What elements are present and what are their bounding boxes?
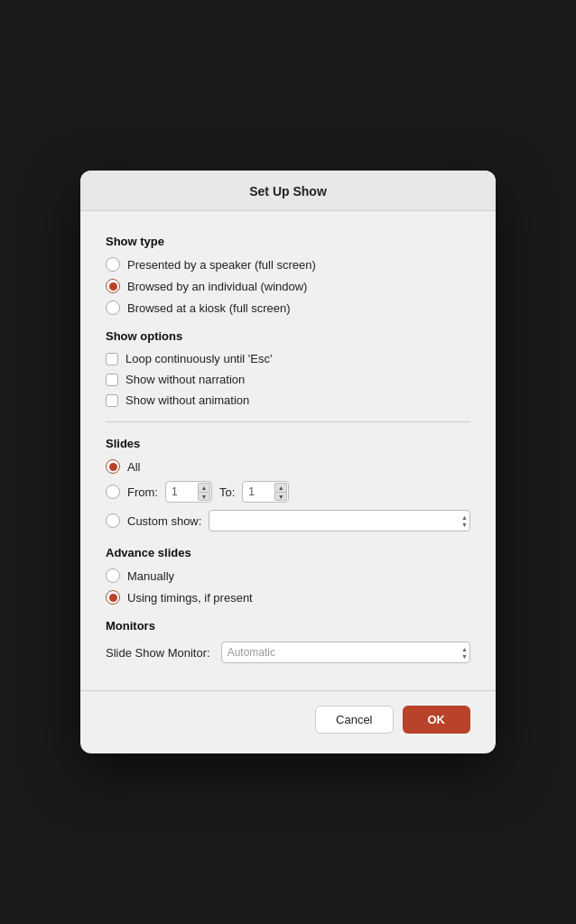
advance-manually-label: Manually xyxy=(127,569,174,583)
show-option-no-narration-checkbox[interactable] xyxy=(106,374,118,386)
show-options-label: Show options xyxy=(106,329,470,343)
monitor-select[interactable]: Automatic xyxy=(221,642,470,663)
slides-all-option[interactable]: All xyxy=(106,459,470,474)
show-options-checkbox-group: Loop continuously until 'Esc' Show witho… xyxy=(106,352,470,407)
slides-from-stepper-down[interactable]: ▼ xyxy=(198,492,210,501)
slides-from-wrap: ▲ ▼ xyxy=(165,481,212,503)
ok-button[interactable]: OK xyxy=(403,706,471,734)
dialog-title-bar: Set Up Show xyxy=(80,171,496,211)
advance-timings-option[interactable]: Using timings, if present xyxy=(106,590,470,605)
show-option-no-animation-label: Show without animation xyxy=(125,393,249,407)
advance-timings-radio[interactable] xyxy=(106,590,120,605)
slides-from-radio[interactable] xyxy=(106,485,120,499)
setup-show-dialog: Set Up Show Show type Presented by a spe… xyxy=(80,171,496,753)
monitors-label: Monitors xyxy=(106,619,470,633)
monitor-row: Slide Show Monitor: Automatic ▲ ▼ xyxy=(106,642,470,663)
custom-show-row: Custom show: ▲ ▼ xyxy=(106,510,470,531)
slides-from-stepper: ▲ ▼ xyxy=(198,483,210,501)
cancel-button[interactable]: Cancel xyxy=(315,706,393,734)
show-option-no-animation[interactable]: Show without animation xyxy=(106,393,470,407)
slides-from-stepper-up[interactable]: ▲ xyxy=(198,483,210,492)
show-option-loop[interactable]: Loop continuously until 'Esc' xyxy=(106,352,470,365)
show-option-loop-label: Loop continuously until 'Esc' xyxy=(125,352,273,365)
show-type-individual-radio[interactable] xyxy=(106,279,120,293)
show-type-speaker-radio[interactable] xyxy=(106,257,120,272)
show-option-no-narration[interactable]: Show without narration xyxy=(106,373,470,386)
dialog-title: Set Up Show xyxy=(249,184,327,199)
slides-to-label: To: xyxy=(219,485,235,499)
show-type-individual-label: Browsed by an individual (window) xyxy=(127,280,307,293)
slides-to-stepper: ▲ ▼ xyxy=(274,483,287,501)
monitor-select-wrap: Automatic ▲ ▼ xyxy=(221,642,470,663)
show-option-no-animation-checkbox[interactable] xyxy=(106,394,118,407)
slides-from-label: From: xyxy=(127,485,158,499)
advance-timings-label: Using timings, if present xyxy=(127,591,253,605)
dialog-body: Show type Presented by a speaker (full s… xyxy=(80,211,496,681)
slides-from-to-row: From: ▲ ▼ To: ▲ ▼ xyxy=(106,481,470,503)
slide-show-monitor-label: Slide Show Monitor: xyxy=(106,646,210,660)
slides-to-stepper-up[interactable]: ▲ xyxy=(274,483,287,492)
show-type-speaker-option[interactable]: Presented by a speaker (full screen) xyxy=(106,257,470,272)
slides-label: Slides xyxy=(106,437,470,450)
show-type-label: Show type xyxy=(106,235,470,248)
show-type-kiosk-label: Browsed at a kiosk (full screen) xyxy=(127,301,291,315)
advance-slides-label: Advance slides xyxy=(106,546,470,559)
custom-show-radio[interactable] xyxy=(106,513,120,528)
show-type-individual-option[interactable]: Browsed by an individual (window) xyxy=(106,279,470,293)
custom-show-select[interactable] xyxy=(209,510,470,531)
show-type-kiosk-option[interactable]: Browsed at a kiosk (full screen) xyxy=(106,300,470,315)
advance-slides-radio-group: Manually Using timings, if present xyxy=(106,568,470,605)
show-type-speaker-label: Presented by a speaker (full screen) xyxy=(127,258,316,272)
slides-to-stepper-down[interactable]: ▼ xyxy=(274,492,287,501)
show-type-kiosk-radio[interactable] xyxy=(106,300,120,315)
show-type-radio-group: Presented by a speaker (full screen) Bro… xyxy=(106,257,470,315)
slides-all-label: All xyxy=(127,460,140,474)
custom-show-label: Custom show: xyxy=(127,514,201,528)
slides-all-radio[interactable] xyxy=(106,459,120,474)
advance-manually-option[interactable]: Manually xyxy=(106,568,470,583)
dialog-footer: Cancel OK xyxy=(80,690,496,753)
divider-1 xyxy=(106,421,470,422)
slides-to-wrap: ▲ ▼ xyxy=(242,481,289,503)
show-option-loop-checkbox[interactable] xyxy=(106,353,118,365)
show-option-no-narration-label: Show without narration xyxy=(125,373,245,386)
custom-show-select-wrap: ▲ ▼ xyxy=(209,510,470,531)
advance-manually-radio[interactable] xyxy=(106,568,120,583)
